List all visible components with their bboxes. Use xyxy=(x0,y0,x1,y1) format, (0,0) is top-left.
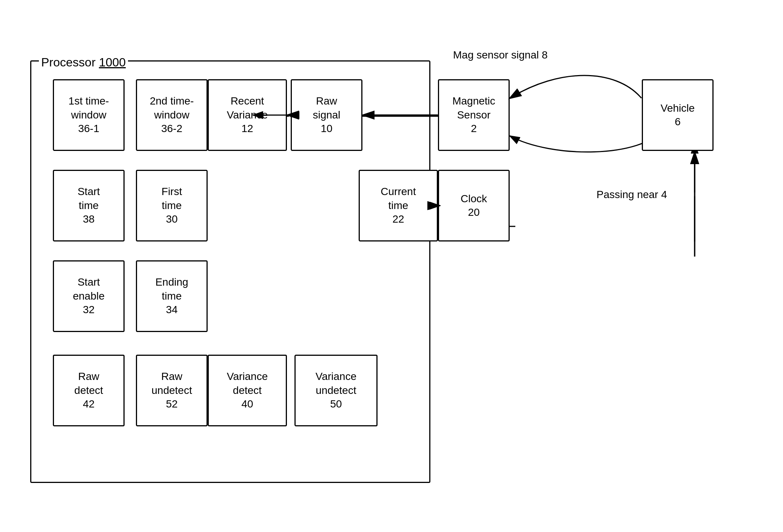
block-magnetic-sensor: MagneticSensor2 xyxy=(438,79,510,151)
block-first-time: Firsttime30 xyxy=(136,170,208,241)
block-start-time: Starttime38 xyxy=(53,170,125,241)
block-ending-time: Endingtime34 xyxy=(136,260,208,332)
block-vehicle: Vehicle6 xyxy=(642,79,714,151)
label-mag-sensor-signal: Mag sensor signal 8 xyxy=(453,49,548,61)
block-recent-variance: RecentVariance12 xyxy=(208,79,287,151)
block-raw-signal: Rawsignal10 xyxy=(291,79,362,151)
processor-label: Processor 1000 xyxy=(39,55,128,69)
block-raw-undetect: Rawundetect52 xyxy=(136,355,208,426)
block-current-time: Currenttime22 xyxy=(359,170,438,241)
label-passing-near: Passing near 4 xyxy=(596,189,667,201)
block-raw-detect: Rawdetect42 xyxy=(53,355,125,426)
block-time-window-2: 2nd time-window36-2 xyxy=(136,79,208,151)
block-time-window-1: 1st time-window36-1 xyxy=(53,79,125,151)
block-start-enable: Startenable32 xyxy=(53,260,125,332)
diagram: Processor 1000 1st time-window36-1 2nd t… xyxy=(30,30,748,506)
block-variance-undetect: Varianceundetect50 xyxy=(294,355,378,426)
block-clock: Clock20 xyxy=(438,170,510,241)
block-variance-detect: Variancedetect40 xyxy=(208,355,287,426)
